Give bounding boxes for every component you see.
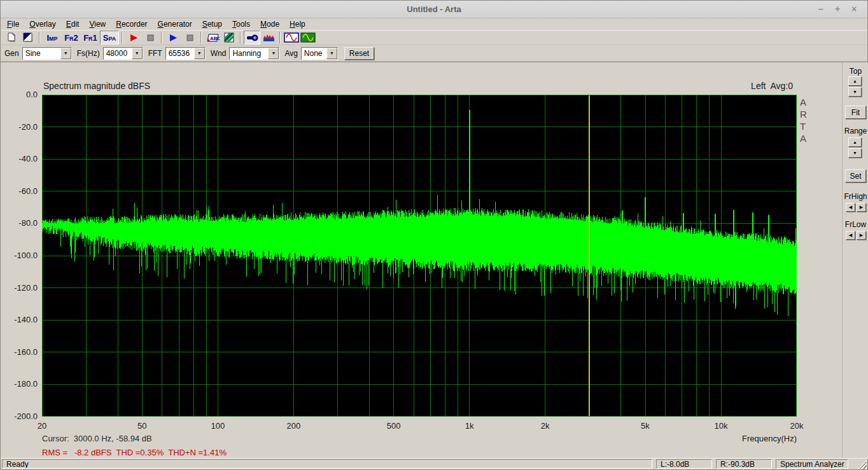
title-bar: Untitled - Arta – + ×: [1, 1, 867, 18]
fr2-mode-button[interactable]: Fr2: [62, 31, 81, 45]
range-down-button[interactable]: ▼: [848, 148, 862, 158]
y-tick-label: -20.0: [1, 122, 38, 132]
x-tick-label: 50: [123, 421, 161, 431]
x-tick-label: 100: [199, 421, 237, 431]
reset-button[interactable]: Reset: [344, 47, 374, 60]
time-record-button[interactable]: [20, 31, 36, 45]
menu-item-setup[interactable]: Setup: [197, 19, 227, 29]
menu-item-tools[interactable]: Tools: [227, 19, 255, 29]
cursor-readout: Cursor: 3000.0 Hz, -58.94 dB: [42, 434, 152, 443]
gen-label: Gen: [4, 49, 19, 58]
overlay-button[interactable]: [221, 31, 237, 45]
toolbar-separator: [279, 32, 281, 43]
maximize-icon[interactable]: +: [832, 3, 843, 15]
play-stop-button[interactable]: [181, 31, 198, 45]
down-arrow-icon: ▼: [853, 88, 857, 96]
time-record-icon: [23, 32, 33, 43]
resize-grip-icon[interactable]: [858, 460, 867, 469]
right-arrow-icon: ▶: [860, 204, 863, 211]
svg-text:ABC: ABC: [210, 36, 220, 41]
spa-mode-button[interactable]: Spa: [100, 31, 119, 45]
window-value: Hanning: [230, 48, 268, 59]
fit-button[interactable]: Fit: [845, 106, 866, 119]
arta-watermark: ARTA: [800, 96, 813, 144]
right-arrow-icon: ▶: [860, 232, 863, 239]
generator-red-sine-icon: [284, 32, 299, 43]
y-tick-label: -60.0: [1, 186, 38, 196]
toolbar-separator: [39, 32, 40, 43]
up-arrow-icon: ▲: [853, 78, 857, 85]
fft-size-select[interactable]: 65536 ▼: [165, 47, 206, 60]
generator-red-button[interactable]: [283, 31, 300, 45]
y-tick-label: 0.0: [1, 90, 38, 99]
y-tick-label: -140.0: [1, 315, 38, 324]
chevron-down-icon: ▼: [271, 51, 276, 55]
menu-item-file[interactable]: File: [2, 19, 24, 29]
close-icon[interactable]: ×: [848, 3, 860, 15]
new-file-icon: [6, 32, 17, 43]
status-message: Ready: [2, 459, 652, 469]
frlow-right-button[interactable]: ▶: [857, 231, 866, 240]
menu-item-help[interactable]: Help: [284, 19, 311, 29]
sample-rate-select[interactable]: 48000 ▼: [103, 47, 143, 60]
x-tick-label: 5k: [626, 421, 664, 431]
chart-panel: Spectrum magnitude dBFS Left Avg:0 ARTA …: [1, 62, 842, 460]
generator-select[interactable]: Sine ▼: [22, 47, 72, 60]
up-arrow-icon: ▲: [853, 139, 857, 146]
generator-value: Sine: [23, 48, 60, 59]
averaging-select[interactable]: None ▼: [301, 47, 338, 60]
frhigh-right-button[interactable]: ▶: [857, 203, 866, 212]
menu-bar: FileOverlayEditViewRecorderGeneratorSetu…: [1, 18, 867, 30]
window-select[interactable]: Hanning ▼: [229, 47, 279, 60]
channel-avg-label: Left Avg:0: [751, 81, 793, 91]
waveform-button[interactable]: [260, 31, 277, 45]
record-start-button[interactable]: [125, 31, 142, 45]
new-file-button[interactable]: [3, 31, 20, 45]
text-label-button[interactable]: ABC: [204, 31, 221, 45]
play-start-button[interactable]: [165, 31, 181, 45]
down-arrow-icon: ▼: [853, 149, 857, 157]
mode-indicator: Spectrum Analyzer: [776, 459, 848, 469]
minimize-icon[interactable]: –: [815, 3, 827, 15]
menu-item-view[interactable]: View: [84, 19, 111, 29]
menu-item-recorder[interactable]: Recorder: [111, 19, 152, 29]
chevron-down-icon: ▼: [197, 51, 202, 55]
y-tick-label: -200.0: [1, 411, 38, 421]
fr1-mode-button[interactable]: Fr1: [81, 31, 100, 45]
x-axis-title: Frequency(Hz): [742, 434, 797, 443]
toolbar-separator: [161, 32, 162, 43]
menu-item-overlay[interactable]: Overlay: [24, 19, 60, 29]
frlow-left-button[interactable]: ◀: [846, 231, 855, 240]
toolbar-separator: [240, 32, 241, 43]
plot-area[interactable]: [42, 95, 797, 417]
window-title: Untitled - Arta: [1, 4, 867, 14]
menu-item-generator[interactable]: Generator: [153, 19, 197, 29]
x-tick-label: 20k: [778, 421, 816, 431]
generator-green-button[interactable]: [300, 31, 316, 45]
record-stop-button[interactable]: [142, 31, 158, 45]
app-window: Untitled - Arta – + × FileOverlayEditVie…: [0, 0, 868, 470]
generator-green-sine-icon: [300, 32, 316, 43]
range-label: Range: [843, 127, 868, 135]
left-arrow-icon: ◀: [849, 204, 852, 211]
chevron-down-icon: ▼: [64, 51, 68, 55]
imp-mode-button[interactable]: Imp: [43, 31, 62, 45]
menu-item-edit[interactable]: Edit: [61, 19, 85, 29]
set-button[interactable]: Set: [845, 169, 866, 183]
averaging-value: None: [302, 48, 326, 59]
top-down-button[interactable]: ▼: [848, 87, 862, 97]
range-up-button[interactable]: ▲: [848, 137, 862, 147]
top-up-button[interactable]: ▲: [848, 76, 862, 86]
x-tick-label: 200: [274, 421, 312, 431]
microphone-button[interactable]: [244, 31, 260, 45]
client-area: Spectrum magnitude dBFS Left Avg:0 ARTA …: [1, 62, 868, 459]
y-tick-label: -80.0: [1, 218, 38, 228]
menu-item-mode[interactable]: Mode: [255, 19, 284, 29]
fft-size-value: 65536: [166, 48, 194, 59]
toolbar-separator: [200, 32, 202, 43]
avg-label: Avg: [284, 49, 297, 58]
frhigh-left-button[interactable]: ◀: [846, 203, 855, 212]
right-level-indicator: R:-90.3dB: [716, 459, 772, 469]
fft-label: FFT: [148, 49, 162, 58]
status-bar: Ready L:-8.0dB R:-90.3dB Spectrum Analyz…: [1, 458, 867, 469]
